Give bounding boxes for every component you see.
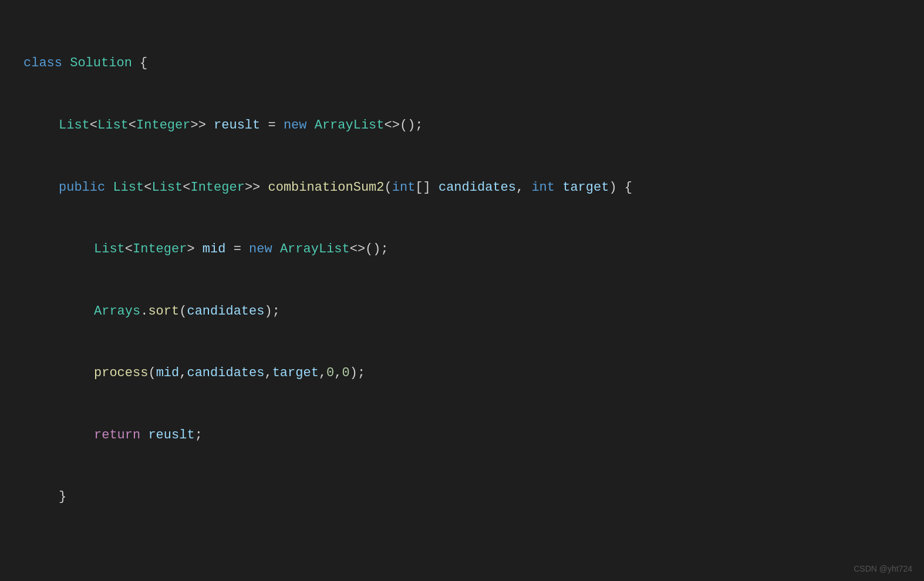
type-list3: List: [113, 177, 144, 198]
method-sort: sort: [148, 301, 179, 322]
line-list-mid: List<Integer> mid = new ArrayList<>();: [23, 239, 901, 259]
type-list4: List: [151, 177, 183, 198]
var-reuslt: reuslt: [214, 115, 260, 136]
var-candidates2: candidates: [187, 301, 264, 322]
var-candidates3: candidates: [187, 363, 264, 383]
method-combinationsum2: combinationSum2: [268, 177, 384, 198]
var-mid2: mid: [156, 363, 180, 383]
line-blank: [23, 549, 901, 569]
param-type-int1: int: [392, 177, 416, 198]
type-integer1: Integer: [136, 115, 190, 136]
kw-return1: return: [94, 425, 140, 445]
var-target2: target: [272, 363, 319, 383]
type-arraylist1: ArrayList: [315, 115, 385, 136]
type-integer3: Integer: [133, 239, 187, 259]
code-viewer: class Solution { List<List<Integer>> reu…: [23, 12, 901, 581]
keyword-class: class: [23, 53, 62, 73]
type-integer2: Integer: [190, 177, 244, 198]
kw-new1: new: [284, 115, 307, 136]
num-0b: 0: [342, 363, 350, 383]
num-0a: 0: [326, 363, 334, 383]
type-list1: List: [59, 115, 90, 136]
line-field: List<List<Integer>> reuslt = new ArrayLi…: [23, 115, 901, 136]
line-class: class Solution {: [23, 53, 901, 73]
var-reuslt2: reuslt: [148, 425, 194, 445]
class-name-solution: Solution: [70, 53, 132, 73]
kw-new2: new: [249, 239, 272, 259]
line-return-reuslt: return reuslt;: [23, 425, 901, 445]
method-process1: process: [94, 363, 148, 383]
param-type-int2: int: [531, 177, 555, 198]
type-arrays: Arrays: [94, 301, 140, 322]
type-arraylist2: ArrayList: [280, 239, 350, 259]
watermark: CSDN @yht724: [854, 562, 912, 575]
type-list2: List: [97, 115, 129, 136]
line-method-sig: public List<List<Integer>> combinationSu…: [23, 177, 901, 198]
line-process-call1: process(mid,candidates,target,0,0);: [23, 363, 901, 383]
kw-public1: public: [59, 177, 105, 198]
type-list5: List: [94, 239, 125, 259]
param-target1: target: [562, 177, 609, 198]
var-mid: mid: [203, 239, 226, 259]
line-close1: }: [23, 487, 901, 507]
line-arrays-sort: Arrays.sort(candidates);: [23, 301, 901, 322]
param-candidates1: candidates: [439, 177, 516, 198]
